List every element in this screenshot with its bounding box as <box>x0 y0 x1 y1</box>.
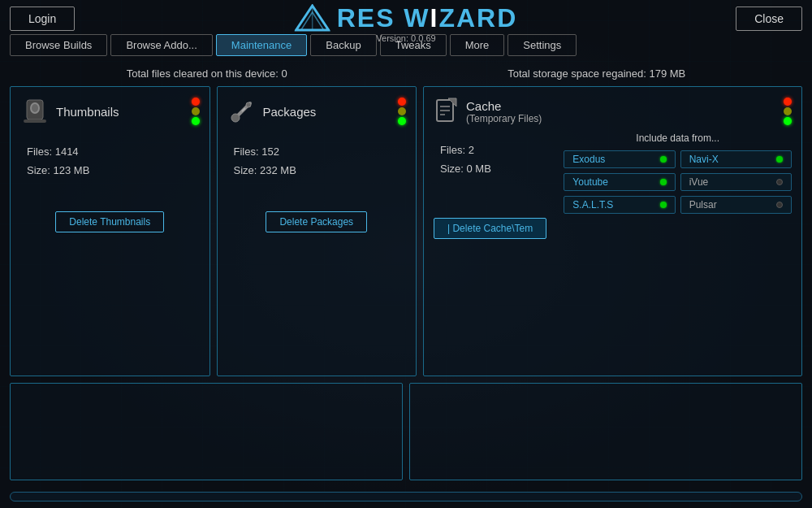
thumbnails-files: Files: 1414 <box>27 142 200 161</box>
delete-packages-button[interactable]: Delete Packages <box>266 211 367 232</box>
thumbnails-size: Size: 123 MB <box>27 161 200 180</box>
packages-light-yellow <box>398 107 406 115</box>
packages-card-header: Packages <box>227 97 407 126</box>
thumbnails-traffic-light <box>192 98 200 125</box>
addon-youtube-label: Youtube <box>572 176 608 188</box>
addon-ivue-dot <box>776 179 783 185</box>
cache-icon-title: Cache (Temporary Files) <box>434 97 542 126</box>
addon-exodus-label: Exodus <box>572 154 605 165</box>
cache-card: Cache (Temporary Files) Files: 2 <box>423 86 802 376</box>
addon-grid: Exodus Navi-X Youtube <box>564 150 792 214</box>
cache-files: Files: 2 <box>440 141 547 159</box>
addon-exodus[interactable]: Exodus <box>564 150 675 168</box>
light-green <box>192 117 200 125</box>
thumbnails-card-header: Thumbnails <box>20 97 200 126</box>
thumbnails-stats: Files: 1414 Size: 123 MB <box>27 142 200 180</box>
bottom-card-left <box>10 383 403 480</box>
logo-area: RES WIZARD Version: 0.0.69 <box>295 3 518 43</box>
cache-title: Cache <box>466 99 542 113</box>
svg-point-9 <box>246 102 251 107</box>
addon-ivue-label: iVue <box>689 176 709 188</box>
addon-navix-dot <box>776 156 783 163</box>
cache-content: Files: 2 Size: 0 MB | Delete Cache\Tem I… <box>434 132 792 239</box>
nav-browse-addons[interactable]: Browse Addo... <box>110 34 212 56</box>
addon-navix[interactable]: Navi-X <box>680 150 792 168</box>
svg-point-8 <box>231 114 240 122</box>
bottom-card-right <box>409 383 802 480</box>
files-cleared-stat: Total files cleared on this device: 0 <box>127 67 287 80</box>
stats-row: Total files cleared on this device: 0 To… <box>0 61 812 86</box>
cache-icon <box>434 97 460 126</box>
thumbnails-title: Thumbnails <box>56 105 119 119</box>
cache-left: Files: 2 Size: 0 MB | Delete Cache\Tem <box>434 132 547 239</box>
top-bar: Login RES WIZARD Version: 0.0.69 Close <box>0 0 812 34</box>
nav-browse-builds[interactable]: Browse Builds <box>10 34 107 56</box>
addon-salts-label: S.A.L.T.S <box>572 199 613 211</box>
addon-salts-dot <box>660 202 667 208</box>
progress-track <box>10 492 802 501</box>
addon-pulsar-dot <box>776 202 783 208</box>
thumbnails-icon <box>20 97 50 126</box>
cache-right: Include data from... Exodus Navi-X <box>564 132 792 239</box>
packages-light-green <box>398 117 406 125</box>
cache-card-header: Cache (Temporary Files) <box>434 97 792 126</box>
logo-title: RES WIZARD <box>295 3 518 33</box>
svg-point-5 <box>32 104 38 112</box>
packages-card: Packages Files: 152 Size: 232 MB Delete … <box>217 86 417 376</box>
close-button[interactable]: Close <box>736 7 802 31</box>
addon-navix-label: Navi-X <box>689 154 719 165</box>
bottom-cards-row <box>10 383 802 480</box>
packages-icon <box>227 97 257 126</box>
nav-settings[interactable]: Settings <box>508 34 577 56</box>
login-button[interactable]: Login <box>10 7 75 31</box>
light-yellow <box>192 107 200 115</box>
packages-title: Packages <box>263 105 317 119</box>
thumbnails-icon-title: Thumbnails <box>20 97 119 126</box>
packages-traffic-light <box>398 98 406 125</box>
addon-salts[interactable]: S.A.L.T.S <box>564 196 675 214</box>
addon-pulsar[interactable]: Pulsar <box>680 196 792 214</box>
version-text: Version: 0.0.69 <box>376 33 435 43</box>
logo-text: RES WIZARD <box>337 3 518 33</box>
include-data-label: Include data from... <box>564 132 792 144</box>
nav-maintenance[interactable]: Maintenance <box>216 34 307 56</box>
packages-light-red <box>398 98 406 106</box>
cache-stats: Files: 2 Size: 0 MB <box>440 141 547 179</box>
cache-traffic-light <box>784 98 792 125</box>
packages-files: Files: 152 <box>234 142 407 161</box>
thumbnails-card: Thumbnails Files: 1414 Size: 123 MB Dele… <box>10 86 210 376</box>
addon-exodus-dot <box>660 156 667 163</box>
storage-regained-stat: Total storage space regained: 179 MB <box>508 67 685 80</box>
cache-light-yellow <box>784 107 792 115</box>
bottom-bar <box>0 487 812 508</box>
addon-youtube-dot <box>660 179 667 185</box>
delete-thumbnails-button[interactable]: Delete Thumbnails <box>55 211 164 232</box>
cache-subtitle: (Temporary Files) <box>466 113 542 124</box>
light-red <box>192 98 200 106</box>
packages-icon-title: Packages <box>227 97 317 126</box>
cache-title-group: Cache (Temporary Files) <box>466 99 542 124</box>
addon-youtube[interactable]: Youtube <box>564 173 675 191</box>
main-content: Thumbnails Files: 1414 Size: 123 MB Dele… <box>0 86 812 487</box>
cache-light-green <box>784 117 792 125</box>
delete-cache-button[interactable]: | Delete Cache\Tem <box>434 218 546 239</box>
top-cards-row: Thumbnails Files: 1414 Size: 123 MB Dele… <box>10 86 802 376</box>
addon-ivue[interactable]: iVue <box>680 173 792 191</box>
cache-size: Size: 0 MB <box>440 159 547 178</box>
logo-icon <box>295 4 330 33</box>
packages-size: Size: 232 MB <box>234 161 407 180</box>
packages-stats: Files: 152 Size: 232 MB <box>234 142 407 180</box>
cache-light-red <box>784 98 792 106</box>
addon-pulsar-label: Pulsar <box>689 199 717 211</box>
svg-rect-6 <box>24 119 46 123</box>
